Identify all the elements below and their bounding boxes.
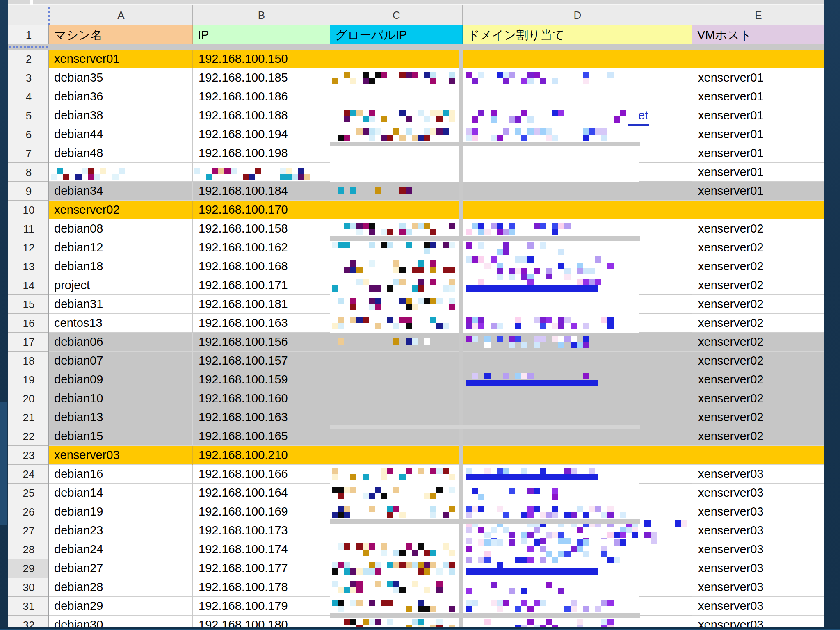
row-number[interactable]: 24: [8, 465, 49, 484]
cell-domain[interactable]: [463, 68, 692, 87]
cell-machine-name[interactable]: debian36: [49, 87, 193, 106]
cell-domain[interactable]: [463, 163, 692, 182]
cell-header-global-ip[interactable]: グローバルIP: [330, 25, 463, 44]
cell-ip[interactable]: 192.168.100.210: [193, 446, 330, 465]
cell-vm-host[interactable]: xenserver03: [692, 540, 824, 559]
cell-ip[interactable]: 192.168.100.165: [193, 427, 330, 446]
cell-global-ip[interactable]: [330, 238, 459, 257]
cell-machine-name[interactable]: centos13: [49, 314, 193, 333]
cell-ip[interactable]: 192.168.100.181: [193, 295, 330, 314]
cell-ip[interactable]: 192.168.100.186: [193, 87, 330, 106]
cell-header-machine-name[interactable]: マシン名: [49, 25, 193, 44]
cell-machine-name[interactable]: debian13: [49, 408, 193, 427]
cell-domain[interactable]: [463, 333, 692, 352]
row-number[interactable]: 28: [8, 540, 49, 559]
cell-ip[interactable]: 192.168.100.157: [193, 352, 330, 370]
cell-global-ip[interactable]: [330, 559, 459, 578]
cell-machine-name[interactable]: debian07: [49, 352, 193, 370]
cell-machine-name[interactable]: debian38: [49, 106, 193, 125]
cell-ip[interactable]: 192.168.100.170: [193, 201, 330, 219]
cell-ip[interactable]: 192.168.100.164: [193, 484, 330, 502]
cell-domain[interactable]: [463, 257, 692, 276]
row-number[interactable]: 15: [8, 295, 49, 314]
cell-machine-name[interactable]: debian29: [49, 597, 193, 616]
cell-machine-name[interactable]: debian34: [49, 182, 193, 201]
cell-global-ip[interactable]: [330, 446, 459, 465]
cell-ip[interactable]: 192.168.100.150: [193, 50, 330, 68]
cell-domain[interactable]: [463, 389, 692, 408]
cell-machine-name[interactable]: debian24: [49, 540, 193, 559]
cell-domain[interactable]: [463, 182, 692, 201]
row-number[interactable]: 8: [8, 163, 49, 182]
cell-vm-host[interactable]: xenserver01: [692, 106, 824, 125]
row-number[interactable]: 27: [8, 521, 49, 540]
row-number[interactable]: 19: [8, 370, 49, 389]
cell-header-ip[interactable]: IP: [193, 25, 330, 44]
column-header-B[interactable]: B: [193, 5, 330, 25]
cell-global-ip[interactable]: [330, 465, 459, 484]
row-number[interactable]: 3: [8, 68, 49, 87]
cell-ip[interactable]: 192.168.100.198: [193, 144, 330, 163]
cell-vm-host[interactable]: xenserver01: [692, 125, 824, 144]
cell-domain[interactable]: [463, 295, 692, 314]
cell-vm-host[interactable]: [692, 446, 824, 465]
cell-ip[interactable]: 192.168.100.158: [193, 219, 330, 238]
cell-ip[interactable]: 192.168.100.178: [193, 578, 330, 597]
row-number[interactable]: 31: [8, 597, 49, 616]
column-header-A[interactable]: A: [49, 5, 193, 25]
row-number[interactable]: 17: [8, 333, 49, 352]
row-number[interactable]: 1: [8, 25, 49, 44]
cell-vm-host[interactable]: xenserver01: [692, 87, 824, 106]
cell-global-ip[interactable]: [330, 201, 459, 219]
cell-machine-name[interactable]: debian16: [49, 465, 193, 484]
cell-domain[interactable]: [463, 352, 692, 370]
cell-global-ip[interactable]: [330, 314, 459, 333]
row-number[interactable]: 5: [8, 106, 49, 125]
cell-global-ip[interactable]: [330, 578, 459, 597]
cell-domain[interactable]: [463, 427, 692, 446]
cell-vm-host[interactable]: [692, 201, 824, 219]
row-number[interactable]: 20: [8, 389, 49, 408]
column-header-D[interactable]: D: [463, 5, 692, 25]
cell-global-ip[interactable]: [330, 163, 459, 182]
cell-ip[interactable]: 192.168.100.179: [193, 597, 330, 616]
row-number[interactable]: 7: [8, 144, 49, 163]
cell-domain[interactable]: [463, 201, 692, 219]
cell-ip[interactable]: [193, 163, 330, 182]
domain-link[interactable]: et: [628, 106, 649, 126]
row-number[interactable]: 6: [8, 125, 49, 144]
cell-vm-host[interactable]: [692, 50, 824, 68]
cell-domain[interactable]: et: [463, 106, 692, 125]
column-header-E[interactable]: E: [692, 5, 824, 25]
row-number[interactable]: 4: [8, 87, 49, 106]
row-number[interactable]: 14: [8, 276, 49, 295]
cell-ip[interactable]: 192.168.100.156: [193, 333, 330, 352]
cell-ip[interactable]: 192.168.100.168: [193, 257, 330, 276]
cell-vm-host[interactable]: xenserver02: [692, 295, 824, 314]
cell-domain[interactable]: [463, 370, 692, 389]
cell-global-ip[interactable]: [330, 484, 459, 502]
row-number[interactable]: 12: [8, 238, 49, 257]
cell-global-ip[interactable]: [330, 276, 459, 295]
cell-vm-host[interactable]: xenserver02: [692, 352, 824, 370]
cell-vm-host[interactable]: xenserver01: [692, 68, 824, 87]
cell-domain[interactable]: [463, 50, 692, 68]
cell-ip[interactable]: 192.168.100.177: [193, 559, 330, 578]
cell-header-vm-host[interactable]: VMホスト: [692, 25, 824, 44]
cell-vm-host[interactable]: xenserver01: [692, 182, 824, 201]
cell-ip[interactable]: 192.168.100.174: [193, 540, 330, 559]
cell-ip[interactable]: 192.168.100.166: [193, 465, 330, 484]
cell-domain[interactable]: [463, 484, 692, 502]
column-header-C[interactable]: C: [330, 5, 463, 25]
cell-machine-name[interactable]: debian09: [49, 370, 193, 389]
cell-ip[interactable]: 192.168.100.184: [193, 182, 330, 201]
cell-global-ip[interactable]: [330, 370, 459, 389]
cell-global-ip[interactable]: [330, 295, 459, 314]
cell-ip[interactable]: 192.168.100.159: [193, 370, 330, 389]
cell-domain[interactable]: [463, 276, 692, 295]
row-number[interactable]: 22: [8, 427, 49, 446]
row-number[interactable]: 25: [8, 484, 49, 502]
cell-vm-host[interactable]: xenserver03: [692, 578, 824, 597]
cell-domain[interactable]: [463, 465, 692, 484]
row-number[interactable]: 11: [8, 219, 49, 238]
